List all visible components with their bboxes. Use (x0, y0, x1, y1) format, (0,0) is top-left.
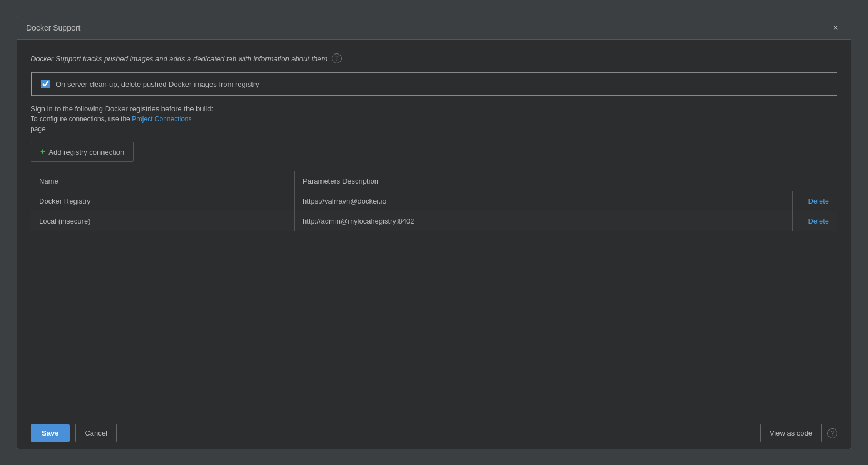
info-row: Docker Support tracks pushed images and … (31, 53, 837, 63)
table-row: Docker Registryhttps://valrravn@docker.i… (31, 191, 837, 211)
registry-name-cell: Local (insecure) (31, 211, 295, 231)
checkbox-label: On server clean-up, delete pushed Docker… (56, 80, 259, 88)
view-as-code-button[interactable]: View as code (760, 424, 822, 442)
add-registry-label: Add registry connection (48, 148, 124, 156)
footer-right: View as code ? (760, 424, 837, 442)
registry-name-cell: Docker Registry (31, 191, 295, 211)
project-connections-link[interactable]: Project Connections (132, 115, 191, 123)
info-help-icon[interactable]: ? (332, 53, 342, 63)
registry-params-cell: https://valrravn@docker.io (295, 191, 793, 211)
dialog-header: Docker Support × (17, 16, 851, 40)
sign-in-before-text: To configure connections, use the (31, 115, 132, 123)
sign-in-section: Sign in to the following Docker registri… (31, 105, 837, 133)
checkbox-section: On server clean-up, delete pushed Docker… (31, 72, 837, 96)
close-button[interactable]: × (829, 22, 842, 34)
dialog-footer: Save Cancel View as code ? (17, 417, 851, 449)
col-header-params: Parameters Description (295, 171, 837, 191)
col-header-name: Name (31, 171, 295, 191)
dialog-title: Docker Support (26, 23, 80, 32)
registry-delete-cell: Delete (793, 191, 837, 211)
sign-in-sub-text: To configure connections, use the Projec… (31, 115, 837, 123)
sign-in-page-text: page (31, 125, 837, 133)
sign-in-main-text: Sign in to the following Docker registri… (31, 105, 837, 113)
delete-button[interactable]: Delete (808, 217, 829, 225)
plus-icon: + (40, 147, 45, 157)
delete-button[interactable]: Delete (808, 197, 829, 205)
docker-support-dialog: Docker Support × Docker Support tracks p… (17, 16, 851, 449)
registry-table: Name Parameters Description Docker Regis… (31, 171, 837, 231)
delete-images-checkbox[interactable] (41, 80, 50, 88)
cancel-button[interactable]: Cancel (75, 424, 116, 442)
registry-delete-cell: Delete (793, 211, 837, 231)
registry-params-cell: http://admin@mylocalregistry:8402 (295, 211, 793, 231)
dialog-body: Docker Support tracks pushed images and … (17, 40, 851, 417)
footer-help-icon[interactable]: ? (827, 428, 837, 438)
info-text: Docker Support tracks pushed images and … (31, 55, 327, 63)
footer-left: Save Cancel (31, 424, 117, 442)
table-row: Local (insecure)http://admin@mylocalregi… (31, 211, 837, 231)
save-button[interactable]: Save (31, 424, 70, 442)
add-registry-button[interactable]: + Add registry connection (31, 142, 134, 162)
